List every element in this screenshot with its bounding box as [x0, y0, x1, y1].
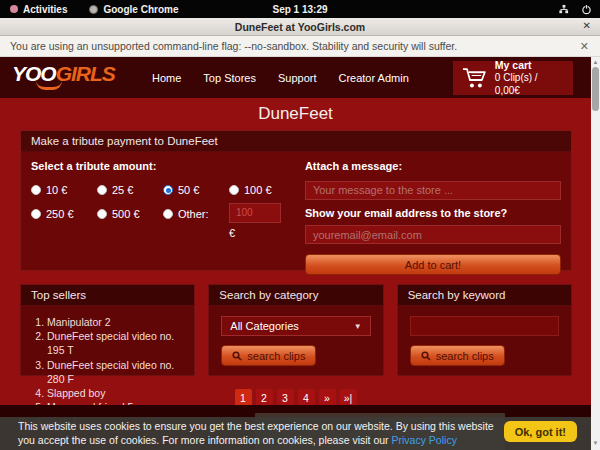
category-select[interactable]: All Categories ▼ — [221, 316, 370, 336]
page-button-4[interactable]: 4 — [298, 389, 315, 406]
amount-option-500[interactable]: 500 € — [97, 208, 163, 239]
page-button-2[interactable]: 2 — [256, 389, 273, 406]
search-icon — [232, 351, 242, 361]
radio-checked-icon[interactable] — [163, 185, 173, 195]
search-keyword-panel: Search by keyword search clips — [397, 284, 572, 376]
currency-label: € — [229, 227, 295, 239]
browser-warning-bar: You are using an unsupported command-lin… — [0, 36, 600, 57]
top-seller-item[interactable]: Slapped boy — [47, 386, 194, 400]
radio-icon[interactable] — [97, 209, 107, 219]
site-header: YOOGIRLS Home Top Stores Support Creator… — [0, 57, 591, 98]
site-content: YOOGIRLS Home Top Stores Support Creator… — [0, 57, 591, 450]
page-button-3[interactable]: 3 — [277, 389, 294, 406]
power-icon[interactable] — [581, 4, 592, 15]
other-amount-input[interactable] — [229, 203, 281, 223]
cart-summary: 0 Clip(s) / 0,00€ — [495, 72, 565, 97]
scroll-up-icon[interactable]: ▲ — [591, 57, 600, 67]
message-label: Attach a message: — [305, 160, 561, 172]
page-button-1[interactable]: 1 — [235, 389, 252, 406]
search-category-header: Search by category — [209, 285, 382, 306]
main-nav: Home Top Stores Support Creator Admin — [152, 57, 409, 98]
radio-icon[interactable] — [229, 185, 239, 195]
window-close-icon[interactable]: ✕ — [583, 20, 591, 31]
warning-close-icon[interactable]: ✕ — [580, 40, 589, 53]
add-to-cart-button[interactable]: Add to cart! — [305, 254, 561, 275]
top-seller-item[interactable]: DuneFeet special video no. 195 T — [47, 329, 194, 357]
radio-icon[interactable] — [31, 185, 41, 195]
chevron-down-icon: ▼ — [354, 322, 362, 331]
amount-option-50-selected[interactable]: 50 € — [163, 184, 229, 196]
amount-option-10[interactable]: 10 € — [31, 184, 97, 196]
radio-icon[interactable] — [97, 185, 107, 195]
scrollbar[interactable]: ▲ ▼ — [591, 57, 600, 450]
nav-item-top-stores[interactable]: Top Stores — [203, 72, 256, 84]
screen: Activities Google Chrome Sep 1 13:29 — [0, 0, 600, 450]
email-input[interactable] — [305, 225, 561, 244]
browser-viewport: YOOGIRLS Home Top Stores Support Creator… — [0, 57, 600, 450]
top-sellers-header: Top sellers — [21, 285, 194, 306]
clock[interactable]: Sep 1 13:29 — [0, 4, 600, 15]
search-icon — [421, 351, 431, 361]
top-seller-item[interactable]: Manipulator 2 — [47, 315, 194, 329]
page-title: DuneFeet — [0, 104, 591, 124]
page-button-next[interactable]: » — [319, 389, 336, 406]
search-category-panel: Search by category All Categories ▼ sear… — [208, 284, 383, 376]
top-sellers-list: Manipulator 2 DuneFeet special video no.… — [47, 315, 194, 414]
nav-item-home[interactable]: Home — [152, 72, 181, 84]
cart-icon — [461, 66, 487, 90]
radio-icon[interactable] — [31, 209, 41, 219]
amount-options: 10 € 25 € 50 € — [31, 184, 297, 239]
my-cart-widget[interactable]: My cart 0 Clip(s) / 0,00€ — [453, 61, 573, 95]
window-title-bar[interactable]: DuneFeet at YooGirls.com ✕ — [0, 18, 600, 36]
scrollbar-thumb[interactable] — [592, 67, 599, 111]
top-seller-item[interactable]: DuneFeet special video no. 280 F — [47, 358, 194, 386]
desktop-top-bar: Activities Google Chrome Sep 1 13:29 — [0, 0, 600, 18]
tribute-panel-header: Make a tribute payment to DuneFeet — [21, 131, 571, 152]
cart-title: My cart — [495, 59, 565, 72]
radio-icon[interactable] — [163, 209, 173, 219]
privacy-policy-link[interactable]: Privacy Policy — [392, 434, 457, 446]
page-button-last[interactable]: »| — [340, 389, 357, 406]
logo-text-girls: GIRLS — [56, 62, 115, 85]
search-clips-keyword-button[interactable]: search clips — [410, 345, 505, 366]
site-logo[interactable]: YOOGIRLS — [12, 62, 115, 86]
category-selected-value: All Categories — [230, 320, 298, 332]
amount-label: Select a tribute amount: — [31, 160, 297, 172]
logo-smile-icon — [36, 81, 62, 90]
scroll-down-icon[interactable]: ▼ — [591, 438, 600, 448]
amount-option-100[interactable]: 100 € — [229, 184, 295, 196]
tribute-panel: Make a tribute payment to DuneFeet Selec… — [20, 130, 572, 271]
amount-option-25[interactable]: 25 € — [97, 184, 163, 196]
nav-item-support[interactable]: Support — [278, 72, 317, 84]
bottom-panels: Top sellers Manipulator 2 DuneFeet speci… — [20, 284, 572, 376]
message-input[interactable] — [305, 181, 561, 200]
search-keyword-header: Search by keyword — [398, 285, 571, 306]
email-label: Show your email address to the store? — [305, 207, 561, 219]
amount-option-other[interactable]: Other: — [163, 208, 229, 239]
cookie-consent-bar: This website uses cookies to ensure you … — [0, 417, 591, 450]
amount-option-250[interactable]: 250 € — [31, 208, 97, 239]
window-title: DuneFeet at YooGirls.com — [235, 21, 365, 33]
network-icon[interactable] — [558, 4, 569, 15]
warning-text: You are using an unsupported command-lin… — [10, 40, 457, 52]
cookie-accept-button[interactable]: Ok, got it! — [504, 421, 577, 442]
nav-item-creator-admin[interactable]: Creator Admin — [338, 72, 408, 84]
keyword-input[interactable] — [410, 316, 559, 336]
search-clips-category-button[interactable]: search clips — [221, 345, 316, 366]
top-sellers-panel: Top sellers Manipulator 2 DuneFeet speci… — [20, 284, 195, 376]
